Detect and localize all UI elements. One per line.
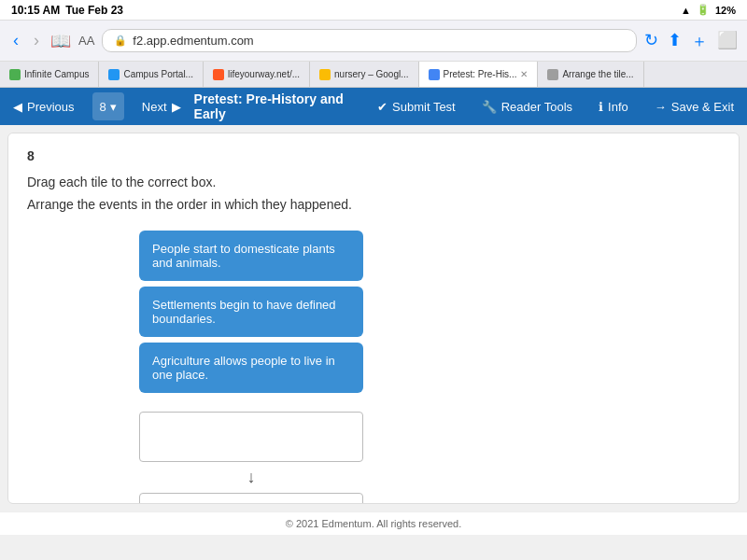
battery-icon: 🔋: [697, 4, 710, 16]
back-button[interactable]: ‹: [9, 29, 22, 52]
tab-pretest[interactable]: Pretest: Pre-His... ✕: [419, 62, 539, 87]
footer-text: © 2021 Edmentum. All rights reserved.: [286, 518, 461, 529]
refresh-icon[interactable]: ↻: [644, 30, 658, 52]
url-text: f2.app.edmentum.com: [133, 34, 253, 48]
status-right: ▲ 🔋 12%: [681, 4, 736, 16]
tab-favicon: [319, 69, 331, 80]
tab-favicon: [429, 69, 440, 80]
title-text: Pretest: Pre-History and Early: [194, 91, 365, 121]
info-label: Info: [608, 100, 628, 114]
reader-tools-label: Reader Tools: [501, 100, 572, 114]
tab-label: lifeyourway.net/...: [228, 69, 300, 79]
wifi-icon: ▲: [681, 5, 691, 16]
previous-button[interactable]: ◀ Previous: [0, 88, 88, 125]
question-number-display: 8: [27, 148, 720, 163]
drop-zones-container: ↓: [139, 412, 363, 504]
tab-label: Arrange the tile...: [562, 69, 633, 79]
tab-favicon: [9, 69, 21, 80]
info-icon: ℹ: [599, 100, 603, 114]
question-selector[interactable]: 8 ▾: [92, 92, 124, 120]
share-icon[interactable]: ⬆: [668, 30, 682, 52]
tab-favicon: [213, 69, 224, 80]
tab-label: Infinite Campus: [24, 69, 89, 79]
drop-zone-1[interactable]: [139, 412, 363, 462]
main-content: 8 Drag each tile to the correct box. Arr…: [7, 133, 740, 504]
instruction-text: Drag each tile to the correct box.: [27, 175, 720, 189]
tabs-icon[interactable]: ⬜: [717, 30, 738, 52]
tab-label: Pretest: Pre-His...: [444, 69, 517, 79]
reader-tools-button[interactable]: 🔧 Reader Tools: [469, 88, 585, 125]
tile-3[interactable]: Agriculture allows people to live in one…: [139, 343, 363, 393]
tab-infinite-campus[interactable]: Infinite Campus: [0, 62, 99, 87]
reader-icon: 📖: [50, 31, 71, 51]
status-left: 10:15 AM Tue Feb 23: [11, 4, 123, 17]
browser-chrome: ‹ › 📖 AA 🔒 f2.app.edmentum.com ↻ ⬆ ＋ ⬜: [0, 21, 747, 62]
save-label: Save & Exit: [671, 100, 734, 114]
battery-level: 12%: [715, 5, 736, 16]
chevron-down-icon: ▾: [110, 100, 117, 114]
previous-label: Previous: [27, 100, 75, 114]
lock-icon: 🔒: [114, 35, 127, 47]
tab-nursery[interactable]: nursery – Googl...: [310, 62, 418, 87]
save-exit-button[interactable]: → Save & Exit: [641, 88, 747, 125]
time: 10:15 AM: [11, 4, 60, 17]
submit-test-button[interactable]: ✔ Submit Test: [364, 88, 469, 125]
next-icon: ▶: [172, 100, 181, 114]
tab-label: Campus Portal...: [123, 69, 192, 79]
new-tab-icon[interactable]: ＋: [691, 30, 708, 52]
tab-campus-portal[interactable]: Campus Portal...: [99, 62, 203, 87]
tab-label: nursery – Googl...: [334, 69, 408, 79]
footer: © 2021 Edmentum. All rights reserved.: [0, 511, 747, 535]
tab-favicon: [547, 69, 558, 80]
arrow-down-1: ↓: [247, 462, 256, 493]
browser-tabs: Infinite Campus Campus Portal... lifeyou…: [0, 62, 747, 88]
question-number: 8: [100, 100, 106, 114]
browser-actions: ↻ ⬆ ＋ ⬜: [644, 30, 738, 52]
info-button[interactable]: ℹ Info: [585, 88, 641, 125]
date: Tue Feb 23: [65, 4, 123, 17]
tab-arrange[interactable]: Arrange the tile...: [538, 62, 643, 87]
app-toolbar: ◀ Previous 8 ▾ Next ▶ Pretest: Pre-Histo…: [0, 88, 747, 125]
status-bar: 10:15 AM Tue Feb 23 ▲ 🔋 12%: [0, 0, 747, 21]
sub-instruction-text: Arrange the events in the order in which…: [27, 197, 720, 212]
save-icon: →: [655, 100, 667, 114]
address-bar[interactable]: 🔒 f2.app.edmentum.com: [102, 29, 637, 52]
tab-close-icon[interactable]: ✕: [520, 69, 528, 79]
submit-icon: ✔: [377, 100, 388, 114]
toolbar-title: Pretest: Pre-History and Early: [194, 88, 365, 125]
tiles-container: People start to domesticate plants and a…: [139, 231, 363, 393]
drop-zone-2[interactable]: [139, 493, 363, 504]
tab-favicon: [108, 69, 120, 80]
forward-button[interactable]: ›: [30, 29, 43, 52]
wrench-icon: 🔧: [482, 100, 497, 114]
tile-2[interactable]: Settlements begin to have defined bounda…: [139, 287, 363, 337]
font-size-label: AA: [78, 34, 94, 48]
next-label: Next: [142, 100, 167, 114]
submit-label: Submit Test: [392, 100, 456, 114]
tile-1[interactable]: People start to domesticate plants and a…: [139, 231, 363, 281]
previous-icon: ◀: [13, 100, 22, 114]
tab-lifeyourway[interactable]: lifeyourway.net/...: [204, 62, 310, 87]
next-button[interactable]: Next ▶: [129, 88, 194, 125]
